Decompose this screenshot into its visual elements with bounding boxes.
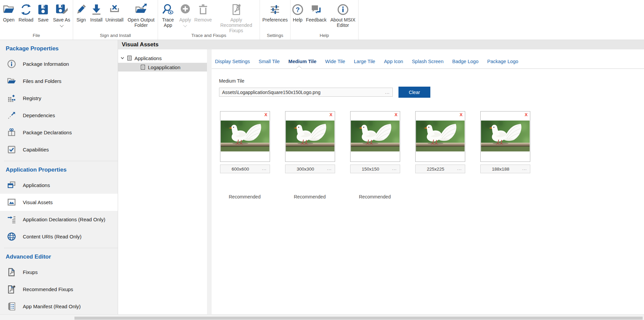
help-button[interactable]: ? Help: [290, 2, 305, 23]
ribbon-button-label: Apply Recommended Fixups: [215, 17, 258, 33]
horizontal-scrollbar[interactable]: [0, 314, 644, 320]
tab-small-tile[interactable]: Small Tile: [259, 59, 280, 64]
remove-asset-button[interactable]: X: [525, 112, 528, 117]
tree-item-logapplication[interactable]: Logapplication: [118, 63, 207, 72]
sidebar-item-label: Application Declarations (Read Only): [23, 217, 105, 222]
capabilities-icon: [7, 145, 16, 154]
save-as-icon: [55, 2, 68, 16]
reload-button[interactable]: Reload: [17, 2, 34, 23]
ribbon-group-help: ? Help Feedback About MSIX Editor Help: [290, 0, 359, 40]
browse-button[interactable]: ...: [384, 88, 390, 96]
tab-display-settings[interactable]: Display Settings: [215, 59, 250, 64]
ribbon-button-label: About MSIX Editor: [328, 17, 357, 28]
sidebar-item-capabilities[interactable]: Capabilities: [0, 141, 118, 158]
size-box-1[interactable]: 600x600 ...: [220, 165, 270, 173]
tile-browse-button[interactable]: ...: [392, 167, 397, 171]
sidebar-item-files-and-folders[interactable]: Files and Folders: [0, 73, 118, 90]
asset-path-value: Assets\LogapplicationSquare150x150Logo.p…: [219, 90, 320, 95]
clear-button[interactable]: Clear: [398, 87, 430, 98]
remove-asset-button[interactable]: X: [394, 112, 397, 117]
install-icon: [90, 2, 103, 16]
chevron-down-icon: [183, 23, 187, 27]
sidebar-item-label: Applications: [23, 182, 50, 188]
tab-medium-tile[interactable]: Medium Tile: [288, 59, 317, 64]
tab-package-logo[interactable]: Package Logo: [487, 59, 518, 64]
remove-asset-button[interactable]: X: [329, 112, 332, 117]
sidebar-item-recommended-fixups[interactable]: Recommended Fixups: [0, 281, 118, 298]
sidebar-item-label: Recommended Fixups: [23, 286, 73, 292]
trace-app-button[interactable]: Trace App: [159, 2, 177, 29]
open-output-folder-icon: [135, 2, 147, 16]
tile-browse-button[interactable]: ...: [262, 167, 267, 171]
tab-badge-logo[interactable]: Badge Logo: [452, 59, 478, 64]
sidebar-item-label: Files and Folders: [23, 78, 61, 84]
remove-asset-button[interactable]: X: [460, 112, 463, 117]
sidebar-item-label: Content URIs (Read Only): [23, 234, 82, 239]
open-output-folder-button[interactable]: Open Output Folder: [125, 2, 157, 29]
save-button[interactable]: Save: [36, 2, 50, 23]
about-msix-editor-button[interactable]: About MSIX Editor: [327, 2, 358, 29]
tile-browse-button[interactable]: ...: [327, 167, 332, 171]
save-as-button[interactable]: Save As: [52, 2, 71, 27]
tree-item-label: Applications: [135, 55, 162, 61]
feedback-button[interactable]: Feedback: [305, 2, 327, 23]
apply-button[interactable]: Apply: [178, 2, 193, 27]
navigation-sidebar: Package Properties Package Information F…: [0, 40, 118, 315]
ribbon-toolbar: Open Reload Save Save As File Sign: [0, 0, 644, 40]
divider: [207, 49, 212, 315]
fixups-icon: [7, 268, 16, 277]
feedback-icon: [310, 2, 322, 16]
sign-button[interactable]: Sign: [74, 2, 88, 23]
sidebar-item-package-information[interactable]: Package Information: [0, 55, 118, 73]
tile-previews: X X X X X: [220, 111, 644, 162]
size-box-5[interactable]: 188x188 ...: [480, 165, 530, 173]
preferences-button[interactable]: Preferences: [261, 2, 288, 23]
size-box-2[interactable]: 300x300 ...: [285, 165, 335, 173]
recommended-label: Recommended: [220, 194, 270, 199]
sidebar-heading-advanced-editor: Advanced Editor: [0, 248, 118, 264]
uninstall-button[interactable]: Uninstall: [104, 2, 124, 23]
sidebar-item-visual-assets[interactable]: Visual Assets: [0, 194, 118, 211]
sidebar-item-content-uris[interactable]: Content URIs (Read Only): [0, 228, 118, 245]
tab-wide-tile[interactable]: Wide Tile: [325, 59, 345, 64]
recommended-label: Recommended: [285, 194, 335, 199]
size-label: 188x188: [492, 167, 509, 172]
sidebar-item-application-declarations[interactable]: Application Declarations (Read Only): [0, 211, 118, 228]
apply-recommended-fixups-button[interactable]: Apply Recommended Fixups: [214, 2, 259, 34]
size-box-4[interactable]: 225x225 ...: [415, 165, 465, 173]
tab-app-icon[interactable]: App Icon: [384, 59, 403, 64]
horizontal-scrollbar-thumb[interactable]: [74, 317, 643, 320]
remove-button[interactable]: Remove: [193, 2, 213, 23]
sidebar-item-package-declarations[interactable]: Package Declarations: [0, 124, 118, 141]
ribbon-button-label: Trace App: [160, 17, 176, 28]
ribbon-button-label: Preferences: [262, 17, 287, 22]
size-box-3[interactable]: 150x150 ...: [350, 165, 400, 173]
tile-browse-button[interactable]: ...: [457, 167, 462, 171]
remove-asset-button[interactable]: X: [264, 112, 267, 117]
asset-path-input[interactable]: Assets\LogapplicationSquare150x150Logo.p…: [219, 88, 393, 97]
applications-tree: Applications Logapplication: [118, 49, 207, 315]
install-button[interactable]: Install: [89, 2, 104, 23]
content-uris-icon: [7, 232, 16, 241]
chevron-down-icon[interactable]: [120, 56, 124, 60]
tab-splash-screen[interactable]: Splash Screen: [412, 59, 443, 64]
reload-icon: [20, 2, 32, 16]
ribbon-button-label: Reload: [18, 17, 33, 22]
selected-tab-caret: [296, 65, 302, 72]
open-button[interactable]: Open: [2, 2, 16, 23]
sidebar-item-app-manifest[interactable]: App Manifest (Read Only): [0, 298, 118, 315]
document-icon: [127, 55, 132, 61]
tile-browse-button[interactable]: ...: [522, 167, 527, 171]
registry-icon: [7, 94, 16, 103]
sidebar-item-dependencies[interactable]: Dependencies: [0, 107, 118, 124]
sidebar-item-applications[interactable]: Applications: [0, 177, 118, 194]
sidebar-item-registry[interactable]: Registry: [0, 90, 118, 107]
sidebar-item-fixups[interactable]: Fixups: [0, 264, 118, 281]
applications-icon: [7, 181, 16, 190]
sidebar-item-label: App Manifest (Read Only): [23, 304, 81, 309]
tab-large-tile[interactable]: Large Tile: [354, 59, 375, 64]
sidebar-item-label: Package Declarations: [23, 130, 72, 135]
ribbon-button-label: Sign: [76, 17, 86, 22]
tree-item-applications[interactable]: Applications: [118, 54, 207, 62]
open-icon: [3, 2, 15, 16]
